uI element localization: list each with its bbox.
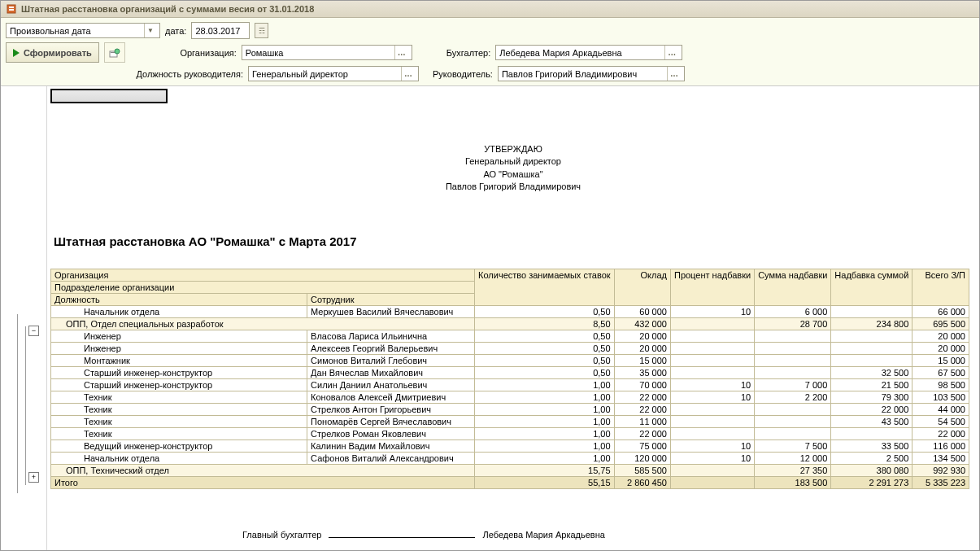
table-row: Старший инженер-конструкторДан Вячеслав … (51, 366, 969, 378)
approval-name: Павлов Григорий Владимирович (47, 181, 979, 193)
table-row: Ведущий инженер-конструкторКалинин Вадим… (51, 439, 969, 452)
col-count: Количество занимаемых ставок (475, 269, 615, 305)
table-row: ОПП, Отдел специальных разработок8,50432… (51, 317, 969, 330)
position-field[interactable]: Генеральный директор … (248, 66, 419, 81)
table-row: МонтажникСимонов Виталий Глебович0,5015 … (51, 354, 969, 366)
outline-expand-button[interactable]: + (28, 472, 39, 483)
approval-company: АО "Ромашка" (47, 168, 979, 181)
org-field[interactable]: Ромашка … (242, 45, 412, 60)
outline-collapse-button[interactable]: − (28, 326, 39, 336)
ellipsis-icon[interactable]: … (401, 67, 415, 81)
position-value: Генеральный директор (252, 69, 401, 79)
accountant-field[interactable]: Лебедева Мария Аркадьевна … (495, 45, 682, 60)
table-row: ОПП, Технический отдел15,75585 50027 350… (51, 464, 969, 476)
col-percent: Процент надбавки (670, 269, 754, 305)
signature-name: Лебедева Мария Аркадьевна (483, 530, 605, 540)
col-bonus-fixed: Надбавка суммой (831, 269, 912, 305)
col-dept: Подразделение организации (51, 281, 475, 293)
table-row: ТехникКоновалов Алексей Дмитриевич1,0022… (51, 391, 969, 403)
date-value: 28.03.2017 (195, 26, 240, 36)
window-title: Штатная расстановка организаций с суммам… (21, 4, 314, 14)
table-row: ИнженерВласова Лариса Ильинична0,5020 00… (51, 330, 969, 342)
settings-icon-button[interactable] (104, 42, 125, 63)
total-label: Итого (51, 476, 475, 488)
signature-block: Главный бухгалтер Лебедева Мария Аркадье… (242, 530, 979, 540)
svg-point-5 (115, 49, 120, 54)
signature-role: Главный бухгалтер (242, 530, 321, 540)
manager-value: Павлов Григорий Владимирович (502, 69, 667, 79)
table-row: Старший инженер-конструкторСилин Даниил … (51, 378, 969, 391)
manager-label: Руководитель: (433, 69, 493, 79)
manager-field[interactable]: Павлов Григорий Владимирович … (498, 66, 685, 81)
staffing-table: Организация Количество занимаемых ставок… (50, 269, 969, 489)
play-icon (13, 49, 20, 57)
report-icon (6, 3, 17, 15)
table-row: Начальник отделаСафонов Виталий Александ… (51, 452, 969, 464)
selected-cell[interactable] (50, 89, 168, 103)
svg-rect-1 (9, 7, 14, 8)
signature-line (329, 537, 475, 538)
position-label: Должность руководителя: (121, 69, 243, 79)
date-mode-combo[interactable]: Произвольная дата ▼ (6, 23, 160, 38)
chevron-down-icon[interactable]: ▼ (144, 24, 156, 37)
col-bonus-sum: Сумма надбавки (755, 269, 831, 305)
table-row: ТехникСтрелков Антон Григорьевич1,0022 0… (51, 403, 969, 415)
date-input[interactable]: 28.03.2017 (191, 22, 250, 39)
calendar-icon[interactable]: ☶ (255, 23, 268, 38)
date-label: дата: (165, 26, 186, 36)
col-org: Организация (51, 269, 475, 281)
ellipsis-icon[interactable]: … (667, 67, 681, 81)
date-mode-value: Произвольная дата (10, 26, 144, 36)
toolbar: Произвольная дата ▼ дата: 28.03.2017 ☶ С… (1, 18, 979, 86)
table-row: ТехникСтрелков Роман Яковлевич1,0022 000… (51, 427, 969, 439)
ellipsis-icon[interactable]: … (394, 46, 408, 59)
table-row: Начальник отделаМеркушев Василий Вячесла… (51, 305, 969, 317)
window-titlebar: Штатная расстановка организаций с суммам… (1, 1, 979, 18)
table-row: ТехникПономарёв Сергей Вячеславович1,001… (51, 415, 969, 427)
ellipsis-icon[interactable]: … (664, 46, 678, 59)
svg-rect-2 (9, 9, 14, 11)
org-value: Ромашка (246, 48, 394, 58)
accountant-value: Лебедева Мария Аркадьевна (499, 48, 664, 58)
total-row: Итого 55,15 2 860 450 183 500 2 291 273 … (51, 476, 969, 488)
generate-label: Сформировать (24, 48, 92, 58)
report-title: Штатная расстановка АО "Ромашка" с Марта… (54, 234, 979, 248)
outline-gutter: − + (1, 86, 47, 550)
approval-block: УТВЕРЖДАЮ Генеральный директор АО "Ромаш… (47, 143, 979, 194)
org-label: Организация: (176, 48, 237, 58)
col-position: Должность (51, 293, 307, 305)
col-total: Всего З/П (912, 269, 969, 305)
table-row: ИнженерАлексеев Георгий Валерьевич0,5020… (51, 342, 969, 354)
accountant-label: Бухгалтер: (446, 48, 491, 58)
approval-caption: УТВЕРЖДАЮ (47, 143, 979, 155)
col-employee: Сотрудник (307, 293, 475, 305)
col-salary: Оклад (614, 269, 670, 305)
approval-position: Генеральный директор (47, 155, 979, 168)
generate-button[interactable]: Сформировать (6, 42, 99, 63)
